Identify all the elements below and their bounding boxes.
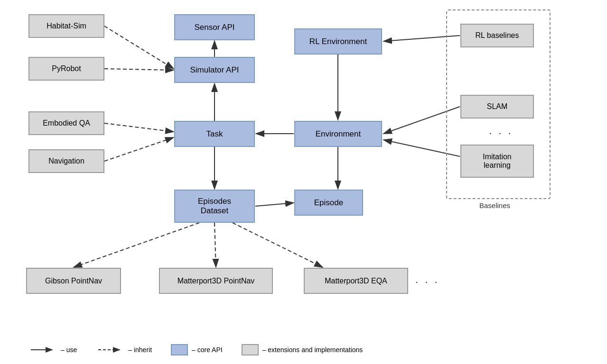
- environment-node: Environment: [294, 121, 382, 147]
- legend-solid-arrow-icon: [28, 346, 57, 354]
- svg-line-13: [104, 69, 174, 70]
- embodied-qa-node: Embodied QA: [28, 111, 104, 135]
- pyrobot-node: PyRobot: [28, 57, 104, 81]
- navigation-node: Navigation: [28, 149, 104, 173]
- svg-line-14: [104, 123, 174, 132]
- legend-core-box: [171, 344, 188, 355]
- svg-line-17: [215, 223, 216, 267]
- gibson-pointnav-node: Gibson PointNav: [26, 268, 121, 294]
- legend-ext: – extensions and implementations: [242, 344, 363, 355]
- legend-ext-label: – extensions and implementations: [262, 346, 363, 354]
- diagram: Sensor API Simulator API Task EpisodesDa…: [0, 0, 607, 322]
- svg-line-12: [104, 26, 174, 69]
- episode-node: Episode: [294, 190, 363, 216]
- legend-inherit-label: – inherit: [128, 346, 152, 354]
- task-node: Task: [174, 121, 255, 147]
- matterport3d-eqa-node: Matterport3D EQA: [304, 268, 408, 294]
- rl-environment-node: RL Environment: [294, 28, 382, 55]
- baselines-box: [446, 9, 551, 199]
- matterport3d-pointnav-node: Matterport3D PointNav: [159, 268, 273, 294]
- svg-line-15: [104, 137, 174, 161]
- legend-core: – core API: [171, 344, 223, 355]
- svg-line-9: [255, 203, 294, 206]
- legend-use: – use: [28, 346, 77, 354]
- baselines-label: Baselines: [479, 201, 510, 209]
- legend-use-label: – use: [61, 346, 77, 354]
- legend-inherit: – inherit: [96, 346, 152, 354]
- simulator-api-node: Simulator API: [174, 57, 255, 83]
- svg-line-18: [233, 223, 323, 267]
- legend-dashed-arrow-icon: [96, 346, 124, 354]
- habitat-sim-node: Habitat-Sim: [28, 14, 104, 38]
- legend-ext-box: [242, 344, 259, 355]
- sensor-api-node: Sensor API: [174, 14, 255, 40]
- legend: – use – inherit – core API – extensions …: [28, 344, 363, 355]
- episodes-dataset-node: EpisodesDataset: [174, 190, 255, 223]
- bottom-dots-label: · · ·: [415, 276, 439, 288]
- svg-line-16: [74, 223, 199, 267]
- legend-core-label: – core API: [192, 346, 223, 354]
